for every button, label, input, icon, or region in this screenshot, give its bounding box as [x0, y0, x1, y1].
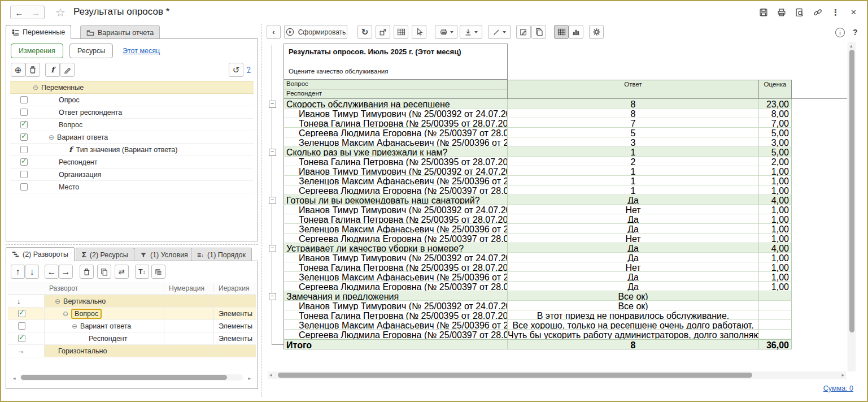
- tab-report-variants[interactable]: Варианты отчета: [80, 25, 160, 39]
- report-cell-question[interactable]: Тонева Галина Петровна (№ 25/00395 от 28…: [283, 310, 508, 320]
- report-cell-answer[interactable]: 1: [508, 166, 759, 176]
- delete-row-button[interactable]: [80, 265, 94, 279]
- structure-row-label-cell[interactable]: ⊖Вариант ответа: [45, 320, 164, 332]
- tab-order[interactable]: ≡↓ (1) Порядок: [191, 248, 252, 261]
- structure-row-marker-cell[interactable]: [8, 308, 45, 319]
- report-cell-answer[interactable]: Да: [508, 224, 759, 234]
- report-cell-score[interactable]: 1,00: [759, 166, 792, 176]
- report-detail-row[interactable]: Иванов Тимур Тимурович (№ 25/00392 от 24…: [268, 166, 792, 176]
- collapse-icon[interactable]: ⊖: [55, 297, 60, 305]
- report-cell-question[interactable]: Скорость обслуживания на ресепшене: [283, 99, 508, 109]
- reset-button[interactable]: ↺: [229, 63, 243, 77]
- report-cell-score[interactable]: 36,00: [759, 339, 792, 349]
- report-title-cell[interactable]: Результаты опросов. Июль 2025 г. (Этот м…: [283, 44, 508, 80]
- report-group-row[interactable]: Сколько раз вы уже приезжали к нам?15,00: [268, 147, 792, 157]
- sum-link[interactable]: Сумма: 0: [823, 384, 853, 392]
- report-detail-row[interactable]: Зеленцов Максим Афанасьевич (№ 25/00396 …: [268, 137, 792, 147]
- report-cell-score[interactable]: 7,00: [759, 118, 792, 128]
- move-down-button[interactable]: ↓: [25, 265, 39, 279]
- copy-document-button[interactable]: [531, 25, 546, 39]
- nav-forward-button[interactable]: →: [27, 6, 45, 19]
- structure-row[interactable]: РеспондентЭлементы: [8, 332, 256, 345]
- report-cell-question[interactable]: Тонева Галина Петровна (№ 25/00395 от 28…: [283, 157, 508, 166]
- structure-row-numbering-cell[interactable]: [164, 295, 214, 307]
- report-detail-row[interactable]: Зеленцов Максим Афанасьевич (№ 25/00396 …: [268, 272, 792, 282]
- structure-row[interactable]: ⊖ВопросЭлементы: [8, 308, 256, 320]
- variable-checkbox[interactable]: [20, 183, 28, 191]
- dimensions-button[interactable]: Измерения: [11, 44, 63, 58]
- report-detail-row[interactable]: Иванов Тимур Тимурович (№ 25/00392 от 24…: [268, 301, 792, 310]
- report-cell-answer[interactable]: Нет: [508, 234, 759, 243]
- structure-row-label-cell[interactable]: ⊖Вопрос: [45, 308, 164, 319]
- report-cell-answer[interactable]: Да: [508, 253, 759, 262]
- view-chart-toggle[interactable]: [569, 25, 583, 39]
- report-cell-answer[interactable]: 2: [508, 157, 759, 166]
- refresh-button[interactable]: ↻: [357, 25, 372, 39]
- edit-document-button[interactable]: [516, 25, 531, 39]
- report-cell-question[interactable]: Сергеева Людмила Егоровна (№ 25/00397 от…: [283, 128, 508, 137]
- report-cell-score[interactable]: [759, 310, 792, 320]
- edit-button[interactable]: [60, 63, 75, 77]
- preview-icon[interactable]: [794, 7, 805, 18]
- structure-row-checkbox[interactable]: [18, 335, 25, 342]
- report-cell-question[interactable]: Иванов Тимур Тимурович (№ 25/00392 от 24…: [283, 205, 508, 214]
- variable-checkbox[interactable]: [20, 171, 28, 178]
- report-cell-answer[interactable]: Все ок): [508, 301, 759, 310]
- report-cell-answer[interactable]: 8: [508, 99, 759, 109]
- variable-checkbox[interactable]: [20, 146, 28, 153]
- report-detail-row[interactable]: Сергеева Людмила Егоровна (№ 25/00397 от…: [268, 234, 792, 243]
- report-detail-row[interactable]: Сергеева Людмила Егоровна (№ 25/00397 от…: [268, 185, 792, 195]
- info-icon[interactable]: i: [835, 28, 845, 37]
- report-cell-answer[interactable]: Да: [508, 214, 759, 224]
- report-cell-answer[interactable]: 7: [508, 118, 759, 128]
- report-group-row[interactable]: Замечания и предложенияВсе ок): [268, 291, 792, 301]
- swap-button[interactable]: ⇄: [115, 265, 129, 279]
- structure-row-hierarchy-cell[interactable]: Элементы: [214, 308, 256, 319]
- delete-button[interactable]: [25, 63, 40, 77]
- report-detail-row[interactable]: Тонева Галина Петровна (№ 25/00395 от 28…: [268, 262, 792, 272]
- move-right-button[interactable]: →: [59, 265, 73, 279]
- report-cell-question[interactable]: Сергеева Людмила Егоровна (№ 25/00397 от…: [283, 234, 508, 243]
- collapse-group-button[interactable]: −: [269, 293, 276, 300]
- scroll-left-arrow[interactable]: ◂: [13, 376, 16, 381]
- report-cell-score[interactable]: 1,00: [759, 205, 792, 214]
- variable-row[interactable]: fТип значения (Вариант ответа): [10, 144, 254, 156]
- report-cell-score[interactable]: 2,00: [759, 157, 792, 166]
- variable-row[interactable]: Место: [10, 181, 254, 193]
- variable-row[interactable]: Организация: [10, 168, 254, 181]
- report-cell-score[interactable]: 1,00: [759, 272, 792, 282]
- report-cell-question[interactable]: Устраивает ли качество уборки в номере?: [283, 243, 508, 253]
- collapse-icon[interactable]: ⊖: [49, 133, 54, 141]
- report-col-header-score[interactable]: Оценка: [759, 80, 792, 99]
- collapse-settings-button[interactable]: ‹: [267, 25, 281, 39]
- move-up-button[interactable]: ↑: [11, 265, 25, 279]
- report-cell-answer[interactable]: Да: [508, 282, 759, 291]
- variable-checkbox[interactable]: [20, 158, 28, 166]
- close-icon[interactable]: ×: [848, 7, 859, 18]
- scrollbar-thumb[interactable]: [849, 50, 854, 332]
- structure-row[interactable]: ⊖Вариант ответаЭлементы: [8, 320, 256, 332]
- report-group-row[interactable]: Готовы ли вы рекомендовать наш санаторий…: [268, 195, 792, 205]
- report-col-header-answer[interactable]: Ответ: [508, 80, 759, 99]
- report-cell-score[interactable]: 1,00: [759, 214, 792, 224]
- help-link[interactable]: ?: [247, 66, 251, 74]
- print-report-button[interactable]: [435, 25, 457, 39]
- structure-row-marker-cell[interactable]: [8, 332, 45, 344]
- report-cell-score[interactable]: 4,00: [759, 243, 792, 253]
- report-detail-row[interactable]: Иванов Тимур Тимурович (№ 25/00392 от 24…: [268, 109, 792, 118]
- report-cell-score[interactable]: 1,00: [759, 224, 792, 234]
- report-cell-answer[interactable]: Все ок): [508, 291, 759, 301]
- report-detail-row[interactable]: Сергеева Людмила Егоровна (№ 25/00397 от…: [268, 330, 792, 339]
- report-detail-row[interactable]: Тонева Галина Петровна (№ 25/00395 от 28…: [268, 157, 792, 166]
- report-cell-answer[interactable]: 3: [508, 137, 759, 147]
- collapse-group-button[interactable]: −: [269, 149, 276, 156]
- report-cell-question[interactable]: Иванов Тимур Тимурович (№ 25/00392 от 24…: [283, 166, 508, 176]
- scroll-left-arrow[interactable]: ◂: [269, 373, 272, 378]
- table-settings-button[interactable]: [394, 25, 408, 39]
- report-hscrollbar[interactable]: ◂ ▸: [268, 371, 846, 379]
- structure-row-numbering-cell[interactable]: [164, 332, 214, 344]
- sort-text-button[interactable]: T↕: [135, 265, 149, 279]
- report-cell-answer[interactable]: Все хорошо, только на ресепшене очень до…: [508, 320, 759, 330]
- formatting-button[interactable]: [488, 25, 511, 39]
- report-cell-answer[interactable]: Нет: [508, 205, 759, 214]
